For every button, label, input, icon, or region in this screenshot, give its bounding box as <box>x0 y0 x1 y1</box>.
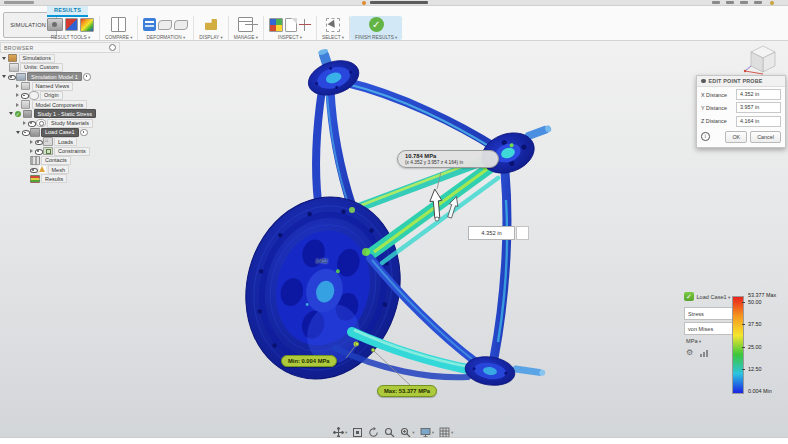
top-hub[interactable] <box>299 41 363 101</box>
finish-results-button[interactable]: ✓ FINISH RESULTS <box>350 16 402 40</box>
browser-item-named-views[interactable]: Named Views <box>0 82 120 90</box>
browser-item-results[interactable]: Results <box>0 175 120 183</box>
bottom-hub[interactable] <box>463 354 546 393</box>
expander-icon[interactable] <box>16 93 19 97</box>
browser-filter-icon[interactable] <box>109 44 116 51</box>
expander-icon[interactable] <box>23 121 26 125</box>
browser-item-load-case[interactable]: Load Case1 <box>0 128 120 136</box>
undeformed-shape-icon[interactable] <box>174 20 188 30</box>
report-icon[interactable] <box>285 18 297 32</box>
max-callout[interactable]: Max: 53.377 MPa <box>377 385 437 397</box>
manage-icon[interactable] <box>238 17 253 32</box>
group-manage[interactable]: MANAGE <box>229 16 264 40</box>
browser-item-origin[interactable]: Origin <box>0 91 120 99</box>
chevron-down-icon: ▾ <box>451 430 453 435</box>
section-probe-icon[interactable] <box>299 19 311 31</box>
x-distance-input[interactable]: 4.352 in <box>736 89 781 100</box>
select-icon[interactable] <box>326 18 340 32</box>
group-result-tools[interactable]: RESULT TOOLS <box>42 16 100 40</box>
orbit-icon[interactable] <box>368 427 379 438</box>
display-settings-icon[interactable]: ▾ <box>420 427 434 438</box>
dialog-footer: i OK Cancel <box>697 127 785 147</box>
expander-icon[interactable] <box>30 149 33 153</box>
dimension-aux-box[interactable] <box>516 226 529 240</box>
probe-tooltip[interactable]: 10.784 MPa (x 4.352 y 3.957 z 4.164) in <box>397 150 499 168</box>
group-display[interactable]: DISPLAY <box>194 16 228 40</box>
legend-options-icon[interactable] <box>80 18 94 32</box>
group-deformation[interactable]: DEFORMATION <box>138 16 194 40</box>
activate-radio-icon[interactable] <box>80 129 88 137</box>
study-solved-check-icon: ✓ <box>15 111 22 118</box>
group-select[interactable]: SELECT <box>317 16 350 40</box>
ok-button[interactable]: OK <box>725 131 747 143</box>
expander-icon[interactable] <box>2 57 6 60</box>
group-inspect[interactable]: INSPECT <box>264 16 317 40</box>
origin-icon <box>29 91 39 100</box>
deformed-shape-icon[interactable] <box>158 20 172 30</box>
zoom-icon[interactable]: ▾ <box>400 427 414 438</box>
group-label[interactable]: SELECT <box>322 35 344 40</box>
browser-item-units[interactable]: Units: Custom <box>0 63 120 71</box>
z-distance-input[interactable]: 4.164 in <box>736 116 781 127</box>
model-icon <box>16 73 26 82</box>
browser-item-study-materials[interactable]: Study Materials <box>0 119 120 127</box>
colorbar-min-label: 0.004 Min <box>748 388 772 394</box>
study-icon <box>23 110 33 119</box>
titlebar-icon <box>726 1 734 4</box>
pan-icon[interactable]: ▾ <box>333 427 347 438</box>
expander-icon[interactable] <box>30 140 33 144</box>
activate-radio-icon[interactable] <box>83 73 91 81</box>
expander-icon[interactable] <box>16 131 20 134</box>
visibility-eye-icon[interactable] <box>30 167 37 172</box>
avatar <box>770 1 774 5</box>
min-callout[interactable]: Min: 0.004 MPa <box>281 355 337 367</box>
expander-icon[interactable] <box>16 103 19 107</box>
browser-item-study[interactable]: ✓ Study 1 - Static Stress <box>0 110 120 118</box>
browser-item-mesh[interactable]: Mesh <box>0 165 120 173</box>
browser-item-simulation-model[interactable]: Simulation Model 1 <box>0 73 120 81</box>
heatmap-icon[interactable] <box>269 18 283 32</box>
timeline-strip <box>0 437 788 444</box>
group-label[interactable]: DISPLAY <box>199 35 222 40</box>
browser-item-contacts[interactable]: Contacts <box>0 156 120 164</box>
expander-icon[interactable] <box>16 84 19 88</box>
cancel-button[interactable]: Cancel <box>750 131 781 143</box>
browser-item-simulations[interactable]: Simulations <box>0 54 120 62</box>
compare-results-icon[interactable] <box>65 18 78 31</box>
view-cube[interactable] <box>740 40 786 80</box>
notification-icon <box>362 1 366 5</box>
probe-camera-icon[interactable] <box>47 18 63 31</box>
y-distance-input[interactable]: 3.957 in <box>736 102 781 113</box>
expander-icon[interactable] <box>9 112 13 115</box>
info-icon[interactable]: i <box>701 132 710 141</box>
finish-check-icon: ✓ <box>369 17 384 32</box>
group-label[interactable]: FINISH RESULTS <box>355 35 397 40</box>
visibility-eye-icon[interactable] <box>28 121 35 126</box>
group-label[interactable]: RESULT TOOLS <box>51 35 90 40</box>
simulations-icon <box>8 54 18 63</box>
dimension-input[interactable]: 4.352 in <box>468 226 515 240</box>
visibility-eye-icon[interactable] <box>35 139 42 144</box>
expander-icon[interactable] <box>2 75 6 78</box>
group-label[interactable]: DEFORMATION <box>147 35 186 40</box>
compare-icon[interactable] <box>111 17 126 32</box>
browser-item-model-components[interactable]: Model Components <box>0 101 120 109</box>
browser-item-constraints[interactable]: Constraints <box>0 147 120 155</box>
group-label[interactable]: MANAGE <box>234 35 258 40</box>
visibility-eye-icon[interactable] <box>22 130 29 135</box>
deformation-scale-icon[interactable] <box>143 18 156 31</box>
edit-point-probe-dialog: EDIT POINT PROBE X Distance 4.352 in Y D… <box>696 75 786 148</box>
x-distance-row: X Distance 4.352 in <box>697 87 785 100</box>
visibility-eye-icon[interactable] <box>8 74 15 79</box>
browser-item-loads[interactable]: Loads <box>0 138 120 146</box>
display-body-icon[interactable] <box>205 19 217 30</box>
group-label[interactable]: INSPECT <box>278 35 302 40</box>
look-at-icon[interactable] <box>384 427 395 438</box>
group-compare[interactable]: COMPARE <box>100 16 138 40</box>
group-label[interactable]: COMPARE <box>105 35 132 40</box>
grid-snaps-icon[interactable]: ▾ <box>439 427 453 438</box>
dialog-header[interactable]: EDIT POINT PROBE <box>697 76 785 87</box>
fit-icon[interactable] <box>352 427 363 438</box>
visibility-eye-icon[interactable] <box>21 93 28 98</box>
visibility-eye-icon[interactable] <box>35 149 42 154</box>
